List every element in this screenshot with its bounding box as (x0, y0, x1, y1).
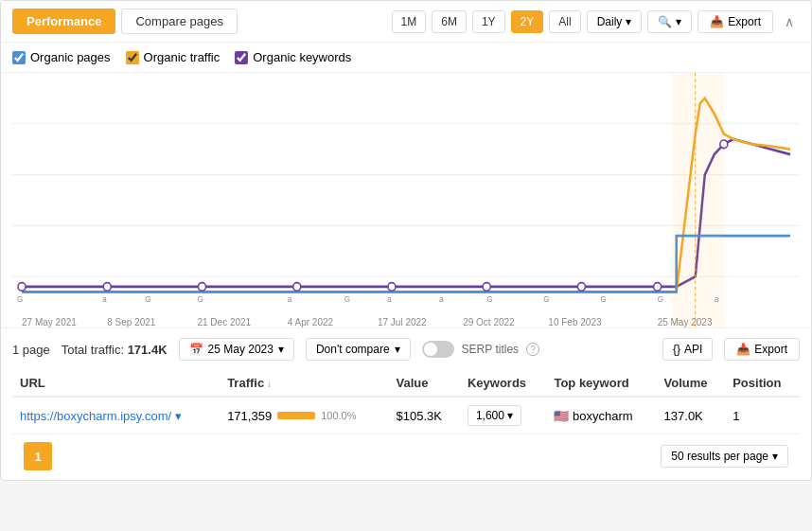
checkbox-organic-pages[interactable] (12, 51, 26, 64)
cell-value: $105.3K (388, 397, 459, 434)
svg-text:G: G (486, 294, 492, 304)
period-1m-btn[interactable]: 1M (392, 10, 427, 33)
svg-text:G: G (600, 294, 606, 304)
cell-position: 1 (725, 397, 800, 434)
serp-titles-label: SERP titles (462, 343, 519, 356)
api-icon: {} (673, 343, 680, 356)
chevron-down-icon-keywords: ▾ (507, 409, 513, 422)
pagination-row: 1 50 results per page ▾ (12, 434, 800, 480)
total-traffic-label: Total traffic: 171.4K (62, 343, 168, 357)
export-btn-top[interactable]: 📥 Export (697, 10, 773, 33)
svg-text:17 Jul 2022: 17 Jul 2022 (378, 317, 427, 327)
flag-icon: 🇺🇸 (554, 409, 569, 423)
data-table: URL Traffic Value Keywords Top keyword V… (12, 370, 800, 434)
tab-performance[interactable]: Performance (12, 9, 115, 34)
download-icon-2: 📥 (736, 343, 750, 356)
svg-text:a: a (715, 294, 719, 304)
svg-point-14 (18, 283, 26, 292)
svg-text:G: G (543, 294, 549, 304)
total-traffic-value: 171.4K (128, 343, 168, 357)
serp-titles-toggle-container: SERP titles ? (422, 341, 539, 358)
period-all-btn[interactable]: All (549, 10, 580, 33)
svg-point-18 (388, 283, 396, 292)
date-value: 25 May 2023 (208, 343, 274, 356)
keywords-dropdown-btn[interactable]: 1,600 ▾ (468, 405, 521, 426)
svg-point-15 (103, 283, 111, 292)
compare-label: Don't compare (316, 343, 390, 356)
svg-text:G: G (197, 294, 203, 304)
url-text: https://boxycharm.ipsy.com/ (20, 409, 171, 423)
chevron-down-icon-url[interactable]: ▾ (175, 409, 182, 423)
svg-text:G: G (17, 294, 23, 304)
svg-text:8 Sep 2021: 8 Sep 2021 (107, 317, 155, 327)
svg-point-19 (483, 283, 490, 292)
svg-point-17 (293, 283, 301, 292)
page-1-btn[interactable]: 1 (24, 442, 52, 470)
bottom-section: 1 page Total traffic: 171.4K 📅 25 May 20… (1, 328, 811, 480)
period-1y-btn[interactable]: 1Y (472, 10, 505, 33)
collapse-btn[interactable]: ∧ (779, 12, 800, 31)
filter-organic-pages[interactable]: Organic pages (12, 50, 111, 64)
serp-titles-help-icon[interactable]: ? (526, 343, 539, 356)
download-icon: 📥 (710, 15, 724, 28)
url-link[interactable]: https://boxycharm.ipsy.com/ ▾ (20, 409, 212, 423)
svg-point-22 (720, 140, 728, 149)
search-dropdown-btn[interactable]: 🔍 ▾ (647, 10, 692, 33)
calendar-icon: 📅 (189, 343, 203, 356)
period-6m-btn[interactable]: 6M (432, 10, 467, 33)
col-volume: Volume (657, 370, 726, 397)
daily-label: Daily (597, 15, 623, 28)
tab-compare-pages[interactable]: Compare pages (121, 9, 238, 34)
col-position: Position (725, 370, 800, 397)
api-btn[interactable]: {} API (662, 338, 713, 361)
filter-organic-traffic[interactable]: Organic traffic (126, 50, 221, 64)
summary-row: 1 page Total traffic: 171.4K 📅 25 May 20… (12, 338, 800, 361)
per-page-label: 50 results per page (671, 450, 768, 463)
filter-organic-keywords-label: Organic keywords (253, 50, 351, 64)
export-label: Export (728, 15, 761, 28)
svg-text:25 May 2023: 25 May 2023 (658, 317, 713, 327)
col-keywords: Keywords (460, 370, 546, 397)
filter-organic-keywords[interactable]: Organic keywords (235, 50, 351, 64)
chevron-down-icon-perpage: ▾ (772, 450, 778, 463)
period-2y-btn[interactable]: 2Y (511, 10, 544, 33)
svg-text:a: a (387, 294, 392, 304)
chart-area: 27 May 2021 8 Sep 2021 21 Dec 2021 4 Apr… (1, 73, 811, 328)
svg-point-16 (198, 283, 205, 292)
keywords-value: 1,600 (476, 409, 504, 422)
traffic-value: 171,359 (227, 409, 272, 423)
filter-organic-pages-label: Organic pages (30, 50, 111, 64)
date-picker-btn[interactable]: 📅 25 May 2023 ▾ (179, 338, 294, 361)
daily-dropdown-btn[interactable]: Daily ▾ (587, 10, 643, 33)
chart-svg: 27 May 2021 8 Sep 2021 21 Dec 2021 4 Apr… (12, 73, 800, 327)
search-icon: 🔍 (658, 15, 672, 28)
col-traffic[interactable]: Traffic (220, 370, 388, 397)
svg-text:a: a (439, 294, 444, 304)
checkbox-organic-keywords[interactable] (235, 51, 248, 64)
svg-point-21 (654, 283, 662, 292)
checkbox-organic-traffic[interactable] (126, 51, 139, 64)
export-btn-bottom[interactable]: 📥 Export (724, 338, 800, 361)
svg-text:a: a (288, 294, 292, 304)
chevron-down-icon-date: ▾ (278, 343, 284, 356)
serp-titles-toggle[interactable] (422, 341, 454, 358)
col-url: URL (12, 370, 220, 397)
chevron-down-icon: ▾ (626, 15, 631, 28)
svg-text:4 Apr 2022: 4 Apr 2022 (288, 317, 334, 327)
cell-volume: 137.0K (657, 397, 726, 434)
svg-text:G: G (145, 294, 150, 304)
svg-text:a: a (102, 294, 107, 304)
svg-text:G: G (658, 294, 663, 304)
tab-group: Performance Compare pages (12, 9, 238, 34)
filters-row: Organic pages Organic traffic Organic ke… (1, 43, 811, 73)
svg-text:29 Oct 2022: 29 Oct 2022 (463, 317, 515, 327)
cell-top-keyword: 🇺🇸 boxycharm (546, 397, 656, 434)
per-page-btn[interactable]: 50 results per page ▾ (661, 445, 788, 468)
svg-text:10 Feb 2023: 10 Feb 2023 (548, 317, 601, 327)
chevron-down-icon-compare: ▾ (395, 343, 400, 356)
traffic-bar-container: 171,359 100.0% (227, 409, 380, 423)
compare-btn[interactable]: Don't compare ▾ (306, 338, 411, 361)
col-top-keyword: Top keyword (546, 370, 656, 397)
toolbar-right: 1M 6M 1Y 2Y All Daily ▾ 🔍 ▾ 📥 Export ∧ (392, 10, 800, 33)
cell-traffic: 171,359 100.0% (220, 397, 388, 434)
